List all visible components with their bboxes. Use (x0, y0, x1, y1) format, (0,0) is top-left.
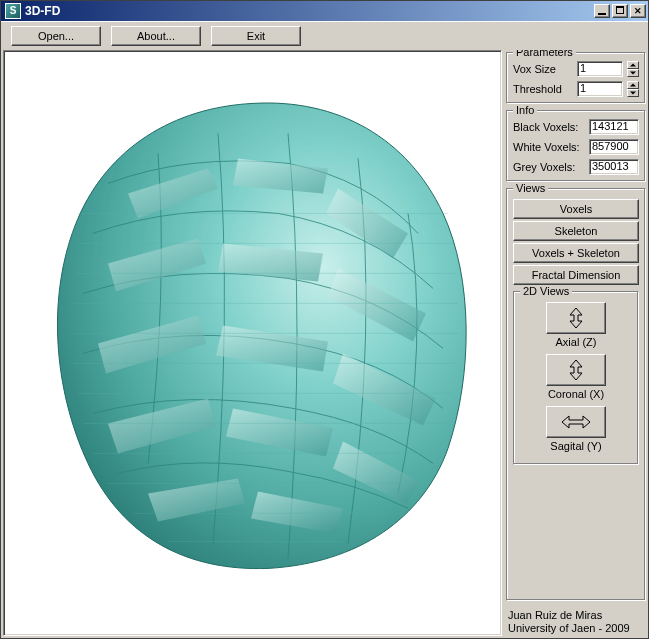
white-voxels-label: White Voxels: (513, 141, 585, 153)
side-panel: Parameters Vox Size 1 Threshold 1 (506, 50, 646, 636)
threshold-label: Threshold (513, 83, 573, 95)
vox-size-spinner[interactable] (627, 61, 639, 77)
views-legend: Views (513, 182, 548, 194)
skeleton-button[interactable]: Skeleton (513, 221, 639, 241)
fractal-dimension-button[interactable]: Fractal Dimension (513, 265, 639, 285)
toolbar: Open... About... Exit (1, 22, 648, 50)
window-title: 3D-FD (25, 4, 594, 18)
black-voxels-label: Black Voxels: (513, 121, 585, 133)
close-button[interactable] (630, 4, 646, 18)
maximize-button[interactable] (612, 4, 628, 18)
sagital-button[interactable] (546, 406, 606, 438)
voxels-skeleton-button[interactable]: Voxels + Skeleton (513, 243, 639, 263)
black-voxels-value: 143121 (589, 119, 639, 135)
chevron-up-icon[interactable] (627, 81, 639, 89)
vox-size-label: Vox Size (513, 63, 573, 75)
threshold-input[interactable]: 1 (577, 81, 623, 97)
white-voxels-value: 857900 (589, 139, 639, 155)
arrow-horizontal-icon (559, 410, 593, 434)
info-legend: Info (513, 104, 537, 116)
threshold-spinner[interactable] (627, 81, 639, 97)
2d-views-legend: 2D Views (520, 285, 572, 297)
grey-voxels-value: 350013 (589, 159, 639, 175)
title-bar[interactable]: S 3D-FD (1, 1, 648, 21)
client-area: Open... About... Exit (1, 21, 648, 638)
grey-voxels-label: Grey Voxels: (513, 161, 585, 173)
author-affiliation: University of Jaen - 2009 (508, 622, 644, 636)
parameters-legend: Parameters (513, 50, 576, 58)
app-icon: S (5, 3, 21, 19)
axial-label: Axial (Z) (520, 336, 632, 348)
arrow-vertical-icon (559, 358, 593, 382)
sagital-label: Sagital (Y) (520, 440, 632, 452)
open-button[interactable]: Open... (11, 26, 101, 46)
views-group: Views Voxels Skeleton Voxels + Skeleton … (506, 188, 646, 601)
voxel-render (38, 93, 468, 573)
2d-views-group: 2D Views Axial (Z) Coronal ( (513, 291, 639, 465)
arrow-vertical-icon (559, 306, 593, 330)
coronal-label: Coronal (X) (520, 388, 632, 400)
parameters-group: Parameters Vox Size 1 Threshold 1 (506, 52, 646, 104)
chevron-down-icon[interactable] (627, 69, 639, 77)
chevron-up-icon[interactable] (627, 61, 639, 69)
minimize-button[interactable] (594, 4, 610, 18)
vox-size-input[interactable]: 1 (577, 61, 623, 77)
viewport-3d[interactable] (3, 50, 502, 636)
coronal-button[interactable] (546, 354, 606, 386)
info-group: Info Black Voxels: 143121 White Voxels: … (506, 110, 646, 182)
app-window: S 3D-FD Open... About... Exit (0, 0, 649, 639)
chevron-down-icon[interactable] (627, 89, 639, 97)
author-name: Juan Ruiz de Miras (508, 609, 644, 623)
footer-credits: Juan Ruiz de Miras University of Jaen - … (506, 607, 646, 637)
voxels-button[interactable]: Voxels (513, 199, 639, 219)
exit-button[interactable]: Exit (211, 26, 301, 46)
axial-button[interactable] (546, 302, 606, 334)
about-button[interactable]: About... (111, 26, 201, 46)
